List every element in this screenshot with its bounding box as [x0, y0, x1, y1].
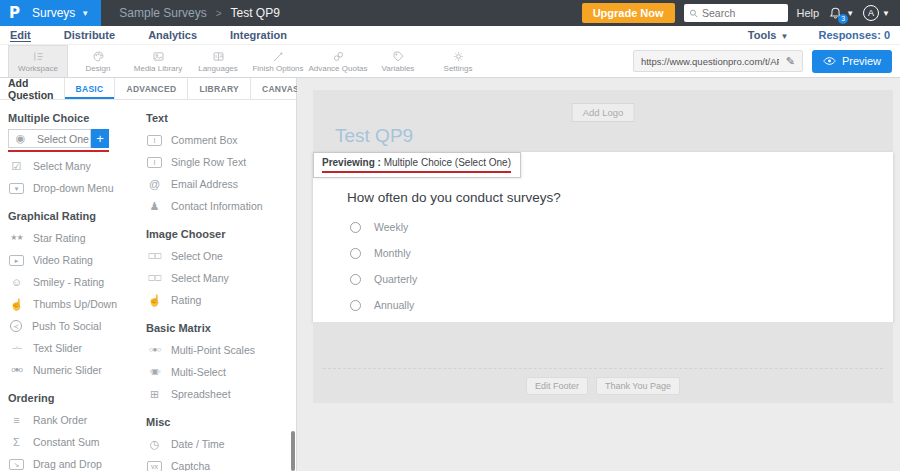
radio-icon[interactable]	[350, 300, 361, 311]
survey-nav: Edit Distribute Analytics Integration To…	[0, 26, 900, 45]
question-type-captcha[interactable]: vx Captcha	[146, 455, 294, 471]
smiley-icon: ☺	[8, 277, 25, 288]
edit-footer-button[interactable]: Edit Footer	[526, 377, 588, 395]
thumb-rating-icon: ☝	[146, 295, 163, 306]
radio-option-weekly[interactable]: Weekly	[350, 214, 417, 240]
tab-basic[interactable]: BASIC	[64, 78, 115, 99]
top-bar: P Surveys ▼ Sample Surveys > Test QP9 Up…	[0, 0, 900, 26]
question-text[interactable]: How often do you conduct surveys?	[347, 190, 561, 205]
toolbar-finish-options[interactable]: Finish Options	[248, 45, 308, 77]
question-type-image-select-many[interactable]: ▢▢ Select Many	[146, 267, 294, 289]
question-type-comment-box[interactable]: I Comment Box	[146, 129, 294, 151]
surveys-menu[interactable]: P Surveys ▼	[0, 0, 101, 26]
question-type-date-time[interactable]: ◷ Date / Time	[146, 433, 294, 455]
comment-box-icon: I	[147, 135, 162, 146]
add-logo-button[interactable]: Add Logo	[572, 103, 635, 122]
toolbar-workspace[interactable]: Workspace	[8, 45, 68, 77]
question-type-multi-point-scales[interactable]: ○●○ Multi-Point Scales	[146, 339, 294, 361]
question-type-label: Select One	[37, 133, 89, 145]
help-link[interactable]: Help	[797, 7, 820, 19]
question-type-select-many[interactable]: ☑ Select Many	[8, 155, 146, 177]
section-graphical-rating: Graphical Rating	[8, 210, 146, 222]
languages-icon: xA	[212, 50, 225, 63]
breadcrumb-parent[interactable]: Sample Surveys	[119, 6, 206, 20]
question-type-single-row-text[interactable]: I Single Row Text	[146, 151, 294, 173]
radio-icon[interactable]	[350, 274, 361, 285]
tab-distribute[interactable]: Distribute	[64, 29, 115, 41]
tab-library[interactable]: LIBRARY	[187, 78, 250, 99]
tab-integration[interactable]: Integration	[230, 29, 287, 41]
toolbar-languages[interactable]: xA Languages	[188, 45, 248, 77]
stars-icon: ★★	[8, 234, 25, 242]
question-type-thumbs-up-down[interactable]: ☝ Thumbs Up/Down	[8, 293, 146, 315]
question-type-constant-sum[interactable]: Σ Constant Sum	[8, 431, 146, 453]
section-image-chooser: Image Chooser	[146, 228, 294, 240]
question-type-video-rating[interactable]: ▸ Video Rating	[8, 249, 146, 271]
question-type-push-to-social[interactable]: ≺ Push To Social	[8, 315, 146, 337]
thank-you-page-button[interactable]: Thank You Page	[596, 377, 680, 395]
answer-options: Weekly Monthly Quarterly Annually	[350, 214, 417, 318]
toolbar-media-library[interactable]: Media Library	[128, 45, 188, 77]
share-url-field[interactable]: ✎	[633, 50, 803, 72]
radio-option-annually[interactable]: Annually	[350, 292, 417, 318]
toolbar-variables[interactable]: Variables	[368, 45, 428, 77]
panel-title: Add Question	[0, 78, 64, 99]
text-field-icon: I	[147, 157, 162, 168]
svg-text:A: A	[219, 54, 222, 59]
question-type-smiley-rating[interactable]: ☺ Smiley - Rating	[8, 271, 146, 293]
numbered-list-icon: ≡	[8, 415, 25, 426]
image-pair-icon: ▢▢	[146, 252, 163, 260]
question-type-text-slider[interactable]: ‒◦‒ Text Slider	[8, 337, 146, 359]
survey-header: Add Logo Test QP9	[313, 90, 893, 152]
upgrade-now-button[interactable]: Upgrade Now	[582, 3, 675, 23]
radio-option-quarterly[interactable]: Quarterly	[350, 266, 417, 292]
surveys-menu-label: Surveys	[32, 6, 75, 20]
panel-scrollbar[interactable]	[291, 431, 295, 471]
toolbar-design[interactable]: Design	[68, 45, 128, 77]
multi-point-icon: ○●○	[146, 346, 163, 354]
toolbar-advance-quotas[interactable]: Advance Quotas	[308, 45, 368, 77]
preview-button[interactable]: Preview	[812, 50, 892, 73]
question-type-spreadsheet[interactable]: ⊞ Spreadsheet	[146, 383, 294, 405]
chevron-down-icon[interactable]: ▼	[882, 9, 890, 18]
question-type-rank-order[interactable]: ≡ Rank Order	[8, 409, 146, 431]
image-pair-icon: ▢▢	[146, 274, 163, 282]
question-type-numeric-slider[interactable]: o●o Numeric Slider	[8, 359, 146, 381]
person-icon: ♟	[146, 201, 163, 212]
search-input[interactable]	[702, 7, 783, 19]
question-type-image-rating[interactable]: ☝ Rating	[146, 289, 294, 311]
survey-title[interactable]: Test QP9	[335, 125, 413, 147]
notifications-bell-icon[interactable]: 3	[828, 6, 843, 21]
question-type-email-address[interactable]: @ Email Address	[146, 173, 294, 195]
tab-edit[interactable]: Edit	[10, 29, 31, 42]
add-question-plus-button[interactable]: +	[91, 129, 109, 148]
tools-dropdown[interactable]: Tools ▼	[748, 29, 789, 41]
search-box[interactable]	[684, 4, 788, 22]
design-palette-icon	[92, 50, 105, 63]
question-type-drag-and-drop[interactable]: ↘ Drag and Drop	[8, 453, 146, 471]
tab-analytics[interactable]: Analytics	[148, 29, 197, 41]
radio-icon[interactable]	[350, 222, 361, 233]
tab-advanced[interactable]: ADVANCED	[114, 78, 187, 99]
question-type-image-select-one[interactable]: ▢▢ Select One	[146, 245, 294, 267]
questionpro-logo[interactable]: P	[9, 4, 20, 22]
responses-count[interactable]: Responses: 0	[818, 29, 890, 41]
toolbar-settings[interactable]: Settings	[428, 45, 488, 77]
eye-icon	[823, 56, 836, 66]
avatar[interactable]: A	[863, 5, 879, 21]
question-type-multi-select[interactable]: ▫▣▫ Multi-Select	[146, 361, 294, 383]
radio-icon[interactable]	[350, 248, 361, 259]
question-type-star-rating[interactable]: ★★ Star Rating	[8, 227, 146, 249]
question-type-contact-information[interactable]: ♟ Contact Information	[146, 195, 294, 217]
question-type-dropdown-menu[interactable]: ▾ Drop-down Menu	[8, 177, 146, 199]
edit-toolbar: Workspace Design Media Library xA Langua…	[0, 45, 900, 78]
section-basic-matrix: Basic Matrix	[146, 322, 294, 334]
share-url-input[interactable]	[641, 56, 779, 67]
chevron-down-icon[interactable]: ▼	[846, 9, 854, 18]
tutorial-underline	[8, 150, 109, 152]
radio-option-monthly[interactable]: Monthly	[350, 240, 417, 266]
video-icon: ▸	[9, 255, 24, 266]
question-type-select-one[interactable]: ◉ Select One +	[8, 129, 109, 148]
numeric-slider-icon: o●o	[8, 366, 25, 374]
edit-url-pencil-icon[interactable]: ✎	[786, 55, 795, 68]
